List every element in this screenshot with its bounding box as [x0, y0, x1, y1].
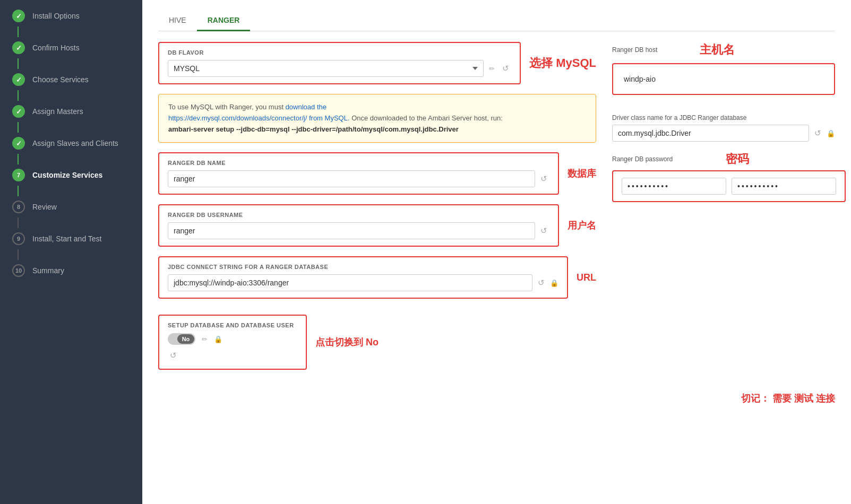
step-circle-9: 9 — [12, 232, 25, 245]
db-username-input[interactable] — [168, 222, 535, 239]
toggle-wrap: No — [168, 333, 297, 345]
form-right: Ranger DB host 主机名 Driver class name for… — [612, 42, 835, 405]
sidebar-label-customize-services: Customize Services — [32, 171, 102, 179]
refresh-icon-btn-driver[interactable] — [812, 126, 823, 140]
step-circle-4 — [12, 105, 25, 118]
lock-icon-driver — [827, 128, 835, 138]
refresh-icon-jdbc — [538, 279, 545, 287]
driver-class-row — [612, 125, 835, 142]
warning-cmd: ambari-server setup --jdbc-db=mysql --jd… — [168, 125, 459, 133]
refresh-icon-btn-toggle[interactable] — [168, 349, 179, 362]
pencil-icon — [489, 64, 495, 73]
jdbc-input-row — [168, 274, 558, 291]
db-name-input[interactable] — [168, 170, 535, 187]
warning-text2: Once downloaded to the Ambari Server hos… — [351, 114, 503, 122]
sidebar-label-install-options: Install Options — [32, 12, 80, 20]
step-circle-10: 10 — [12, 264, 25, 277]
refresh-icon-btn-dbname[interactable] — [538, 172, 549, 186]
jdbc-input[interactable] — [168, 274, 532, 291]
refresh-icon-btn-flavor[interactable] — [500, 62, 511, 75]
refresh-icon-username — [540, 227, 547, 235]
step-circle-3 — [12, 73, 25, 86]
db-password-label: Ranger DB password — [612, 155, 673, 163]
refresh-icon-dbname — [540, 175, 547, 183]
step-circle-1 — [12, 10, 25, 22]
db-username-group: Ranger DB username — [158, 204, 559, 247]
sidebar-label-assign-masters: Assign Masters — [32, 107, 83, 116]
toggle-switch[interactable]: No — [168, 333, 195, 345]
db-flavor-select-wrapper: MYSQLORACLEPOSTGRESMSSQLSQLA — [168, 60, 511, 77]
step-circle-7: 7 — [12, 169, 25, 181]
warning-box: To use MySQL with Ranger, you must downl… — [158, 94, 596, 143]
sidebar-item-confirm-hosts[interactable]: Confirm Hosts — [0, 32, 142, 64]
sidebar-label-install-start: Install, Start and Test — [32, 234, 101, 243]
sidebar-item-assign-slaves[interactable]: Assign Slaves and Clients — [0, 127, 142, 159]
sidebar-label-review: Review — [32, 203, 57, 211]
db-username-input-row — [168, 222, 549, 239]
ranger-db-host-section: Ranger DB host 主机名 — [612, 42, 835, 105]
main-content: HIVE RANGER DB FLAVOR MYSQLORACLEPOSTGRE… — [142, 0, 851, 504]
tab-bar: HIVE RANGER — [158, 11, 835, 31]
tab-hive[interactable]: HIVE — [158, 11, 197, 31]
annotation-toggle: 点击切换到 No — [315, 336, 379, 349]
ranger-db-password-section: Ranger DB password 密码 — [612, 151, 846, 212]
bottom-right-annotation-wrap: 切记： 需要 测试 连接 — [612, 392, 835, 405]
pencil-icon-toggle — [202, 335, 208, 343]
db-name-label: Ranger DB name — [168, 160, 549, 166]
sidebar-item-assign-masters[interactable]: Assign Masters — [0, 95, 142, 127]
sidebar: Install Options Confirm Hosts Choose Ser… — [0, 0, 142, 504]
driver-class-label: Driver class name for a JDBC Ranger data… — [612, 114, 835, 121]
form-grid: DB FLAVOR MYSQLORACLEPOSTGRESMSSQLSQLA 选… — [158, 42, 835, 405]
annotation-url: URL — [577, 272, 596, 283]
refresh-icon-toggle — [170, 351, 177, 360]
driver-class-input[interactable] — [612, 125, 809, 142]
sidebar-label-confirm-hosts: Confirm Hosts — [32, 44, 80, 52]
db-name-input-row — [168, 170, 549, 187]
warning-link1[interactable]: download the — [286, 103, 326, 111]
db-password-input2[interactable] — [732, 178, 836, 195]
annotation-choose-mysql: 选择 MySQL — [529, 55, 596, 71]
step-circle-5 — [12, 137, 25, 150]
sidebar-item-summary[interactable]: 10 Summary — [0, 255, 142, 286]
sidebar-item-install-start[interactable]: 9 Install, Start and Test — [0, 223, 142, 255]
refresh-icon-flavor — [502, 64, 509, 73]
pencil-icon-btn[interactable] — [487, 62, 497, 75]
jdbc-label: JDBC connect string for a Ranger databas… — [168, 264, 558, 270]
sidebar-item-install-options[interactable]: Install Options — [0, 0, 142, 32]
ranger-db-password-group — [612, 170, 846, 202]
annotation-user: 用户名 — [568, 219, 596, 232]
pencil-icon-btn-toggle[interactable] — [200, 333, 210, 345]
setup-db-label: Setup Database and Database User — [168, 322, 297, 328]
password-row — [622, 178, 836, 195]
sidebar-label-choose-services: Choose Services — [32, 75, 89, 84]
refresh-icon-btn-jdbc[interactable] — [536, 276, 547, 290]
refresh-icon-btn-username[interactable] — [538, 224, 549, 238]
refresh-icon-driver — [814, 129, 821, 137]
db-flavor-select[interactable]: MYSQLORACLEPOSTGRESMSSQLSQLA — [168, 60, 484, 77]
annotation-hostname: 主机名 — [700, 42, 735, 58]
annotation-password: 密码 — [726, 151, 749, 167]
tab-ranger[interactable]: RANGER — [197, 11, 251, 31]
annotation-bottom-right: 切记： 需要 测试 连接 — [741, 393, 835, 404]
sidebar-item-customize-services[interactable]: 7 Customize Services — [0, 159, 142, 191]
sidebar-label-assign-slaves: Assign Slaves and Clients — [32, 139, 118, 147]
db-flavor-label: DB FLAVOR — [168, 49, 511, 56]
ranger-db-host-input[interactable] — [622, 71, 826, 88]
db-username-label: Ranger DB username — [168, 212, 549, 218]
setup-db-group: Setup Database and Database User No — [158, 315, 307, 370]
form-left: DB FLAVOR MYSQLORACLEPOSTGRESMSSQLSQLA 选… — [158, 42, 596, 405]
db-password-input1[interactable] — [622, 178, 726, 195]
db-name-group: Ranger DB name — [158, 152, 559, 195]
lock-icon-toggle — [214, 334, 222, 344]
warning-text1: To use MySQL with Ranger, you must — [168, 103, 286, 111]
lock-icon-jdbc — [550, 278, 558, 288]
sidebar-item-choose-services[interactable]: Choose Services — [0, 64, 142, 95]
sidebar-label-summary: Summary — [32, 266, 64, 275]
sidebar-item-review[interactable]: 8 Review — [0, 191, 142, 223]
toggle-thumb: No — [177, 334, 194, 344]
ranger-db-host-label: Ranger DB host — [612, 46, 657, 54]
db-flavor-group: DB FLAVOR MYSQLORACLEPOSTGRESMSSQLSQLA — [158, 42, 521, 84]
warning-link2[interactable]: https://dev.mysql.com/downloads/connecto… — [168, 114, 350, 122]
step-circle-8: 8 — [12, 201, 25, 213]
ranger-db-host-group — [612, 63, 835, 95]
